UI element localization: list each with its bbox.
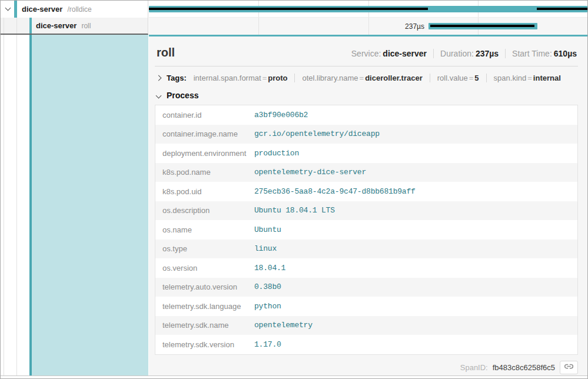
chevron-right-icon[interactable] bbox=[156, 75, 162, 81]
kv-key: k8s.pod.name bbox=[155, 168, 254, 177]
timeline-cell-rolldice[interactable] bbox=[149, 1, 587, 18]
bottom-divider bbox=[1, 375, 587, 379]
equals-sign: = bbox=[261, 74, 268, 82]
tag-key: span.kind bbox=[494, 74, 527, 82]
kv-key: container.image.name bbox=[155, 129, 254, 138]
critical-path-segment bbox=[149, 8, 428, 10]
span-name-cell-roll[interactable]: dice-server roll bbox=[1, 18, 148, 35]
span-bar-rolldice[interactable] bbox=[149, 6, 587, 12]
kv-value: 18.04.1 bbox=[254, 264, 285, 272]
tag-key: internal.span.format bbox=[194, 74, 261, 82]
tag-value: diceroller.tracer bbox=[365, 74, 423, 82]
operation-name: roll bbox=[81, 22, 91, 30]
critical-path-segment bbox=[537, 8, 587, 10]
table-row: telemetry.sdk.version1.17.0 bbox=[155, 335, 577, 354]
table-row: container.ida3bf90e006b2 bbox=[155, 105, 577, 125]
indent-guide bbox=[4, 35, 4, 375]
tag-key: otel.library.name bbox=[302, 74, 358, 82]
span-overview: Service:dice-server Duration:237µs Start… bbox=[345, 49, 577, 58]
kv-value: python bbox=[254, 302, 281, 311]
table-row: telemetry.sdk.languagepython bbox=[155, 297, 577, 316]
service-color-accent bbox=[29, 18, 32, 34]
span-name-cell-rolldice[interactable]: dice-server /rolldice bbox=[1, 1, 148, 18]
table-row: telemetry.auto.version0.38b0 bbox=[155, 278, 577, 297]
jaeger-trace-view: dice-server /rolldice dice-server roll bbox=[0, 0, 588, 379]
service-meta: Service:dice-server bbox=[345, 49, 433, 58]
span-detail-panel: roll Service:dice-server Duration:237µs … bbox=[149, 35, 587, 375]
table-row: os.typelinux bbox=[155, 240, 577, 259]
table-row: os.nameUbuntu bbox=[155, 220, 577, 240]
kv-key: telemetry.sdk.name bbox=[155, 321, 254, 330]
deep-link-button[interactable] bbox=[560, 361, 578, 374]
kv-value: 0.38b0 bbox=[254, 282, 281, 291]
critical-path-segment bbox=[430, 25, 534, 27]
kv-value: production bbox=[254, 149, 299, 158]
service-name: dice-server bbox=[36, 21, 77, 30]
table-row: k8s.pod.uid275ecb36-5aa8-4c2a-9c47-d8bb6… bbox=[155, 182, 577, 201]
service-name: dice-server bbox=[22, 5, 62, 14]
chevron-down-icon[interactable] bbox=[156, 92, 162, 98]
span-bar-roll[interactable] bbox=[428, 23, 537, 29]
kv-key: os.version bbox=[155, 264, 254, 272]
service-value: dice-server bbox=[383, 49, 427, 58]
tag-value: 5 bbox=[474, 74, 479, 82]
grid-line bbox=[258, 18, 259, 35]
kv-key: deployment.environment bbox=[155, 149, 254, 158]
selected-span-highlight bbox=[32, 35, 148, 375]
equals-sign: = bbox=[468, 74, 475, 82]
tag-item: internal.span.format=proto bbox=[194, 74, 295, 82]
span-detail-footer: SpanID: fb483c8c6258f6c5 bbox=[155, 361, 578, 374]
span-duration-label: 237µs bbox=[405, 18, 424, 35]
duration-label: Duration: bbox=[440, 49, 474, 58]
start-time-label: Start Time: bbox=[512, 49, 552, 58]
kv-value: 1.17.0 bbox=[254, 340, 281, 349]
tag-item: roll.value=5 bbox=[430, 74, 486, 82]
table-row: container.image.namegcr.io/opentelemetry… bbox=[155, 125, 577, 144]
kv-key: telemetry.auto.version bbox=[155, 282, 254, 291]
kv-value: linux bbox=[254, 244, 277, 253]
tag-value: proto bbox=[268, 74, 287, 82]
tag-key: roll.value bbox=[437, 74, 468, 82]
duration-value: 237µs bbox=[476, 49, 499, 58]
kv-key: os.name bbox=[155, 225, 254, 234]
service-label: Service: bbox=[351, 49, 381, 58]
kv-value: a3bf90e006b2 bbox=[254, 111, 308, 119]
table-row: telemetry.sdk.nameopentelemetry bbox=[155, 316, 577, 335]
table-row: deployment.environmentproduction bbox=[155, 144, 577, 163]
span-row-roll: dice-server roll 237µs bbox=[1, 18, 587, 35]
link-icon bbox=[564, 362, 573, 373]
kv-key: telemetry.sdk.version bbox=[155, 340, 254, 349]
kv-key: os.type bbox=[155, 244, 254, 253]
service-color-accent bbox=[14, 1, 17, 18]
span-title: roll bbox=[157, 46, 175, 59]
tag-item: span.kind=internal bbox=[486, 74, 568, 82]
tag-item: otel.library.name=diceroller.tracer bbox=[294, 74, 429, 82]
indent-guide bbox=[16, 35, 17, 375]
span-row-rolldice: dice-server /rolldice bbox=[1, 1, 587, 18]
equals-sign: = bbox=[358, 74, 366, 82]
timeline-cell-roll[interactable]: 237µs bbox=[149, 18, 587, 35]
span-id-value: fb483c8c6258f6c5 bbox=[493, 363, 555, 372]
table-row: os.descriptionUbuntu 18.04.1 LTS bbox=[155, 201, 577, 221]
start-time-value: 610µs bbox=[554, 49, 577, 58]
span-id-label: SpanID: bbox=[460, 363, 488, 372]
tags-accordion[interactable]: Tags: internal.span.format=proto otel.li… bbox=[155, 68, 578, 88]
grid-line bbox=[368, 18, 369, 35]
table-row: os.version18.04.1 bbox=[155, 258, 577, 278]
kv-key: k8s.pod.uid bbox=[155, 187, 254, 196]
kv-value: Ubuntu 18.04.1 LTS bbox=[254, 206, 335, 215]
header-divider bbox=[155, 66, 578, 67]
tags-label: Tags: bbox=[167, 74, 187, 82]
process-accordion[interactable]: Process bbox=[155, 88, 578, 103]
table-row: k8s.pod.nameopentelemetry-dice-server bbox=[155, 163, 577, 182]
kv-value: gcr.io/opentelemetry/diceapp bbox=[254, 129, 380, 138]
kv-value: opentelemetry-dice-server bbox=[254, 168, 366, 177]
indent-guide bbox=[16, 18, 17, 34]
chevron-down-icon[interactable] bbox=[5, 5, 11, 11]
kv-value: 275ecb36-5aa8-4c2a-9c47-d8bb681b9aff bbox=[254, 187, 416, 196]
start-time-meta: Start Time:610µs bbox=[505, 49, 577, 58]
tag-value: internal bbox=[533, 74, 561, 82]
process-label: Process bbox=[167, 91, 198, 100]
tags-summary: internal.span.format=proto otel.library.… bbox=[194, 74, 568, 82]
kv-key: telemetry.sdk.language bbox=[155, 302, 254, 311]
